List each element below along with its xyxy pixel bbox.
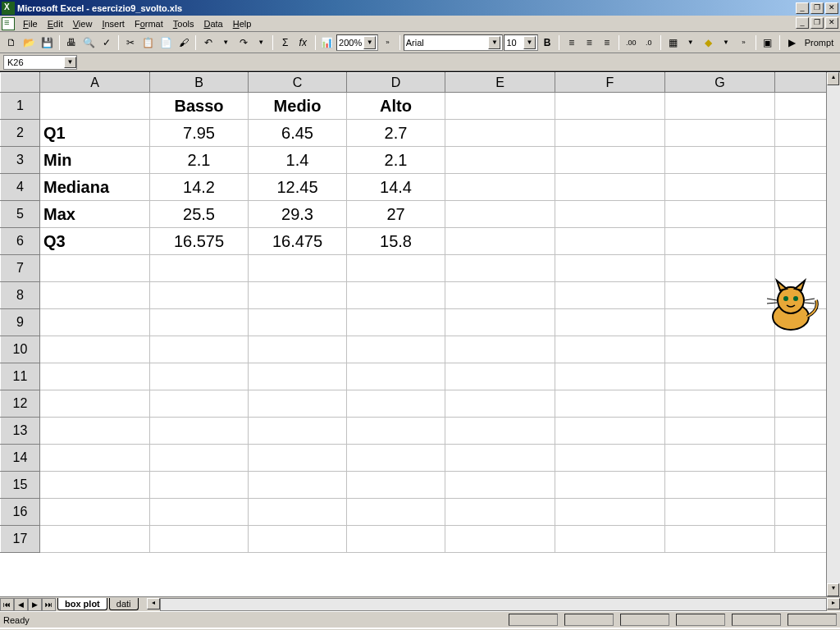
cell[interactable] xyxy=(249,255,347,282)
cell[interactable] xyxy=(445,93,555,120)
undo-dd-icon[interactable]: ▼ xyxy=(217,34,235,52)
cell[interactable] xyxy=(665,255,775,282)
menu-tools[interactable]: Tools xyxy=(168,17,199,30)
fill-color-icon[interactable]: ◆ xyxy=(700,34,717,52)
row-header[interactable]: 13 xyxy=(1,418,40,445)
cell[interactable] xyxy=(40,309,150,336)
save-icon[interactable]: 💾 xyxy=(39,34,56,52)
more-std-icon[interactable]: » xyxy=(379,34,396,52)
borders-icon[interactable]: ▦ xyxy=(664,34,682,52)
cell[interactable] xyxy=(555,418,665,445)
cell[interactable] xyxy=(249,526,347,553)
cell[interactable] xyxy=(665,309,775,336)
cell[interactable] xyxy=(150,390,249,418)
doc-restore-button[interactable]: ❐ xyxy=(810,17,824,29)
cell[interactable] xyxy=(40,336,150,363)
cell[interactable] xyxy=(555,309,665,336)
spellcheck-icon[interactable]: ✓ xyxy=(98,34,116,52)
cell[interactable] xyxy=(347,390,445,418)
fx-icon[interactable]: fx xyxy=(294,34,312,52)
row-header[interactable]: 14 xyxy=(1,445,40,472)
cell[interactable] xyxy=(347,499,445,526)
cell[interactable] xyxy=(665,174,775,201)
preview-icon[interactable]: 🔍 xyxy=(80,34,98,52)
align-left-icon[interactable]: ≡ xyxy=(563,34,580,52)
menu-data[interactable]: Data xyxy=(199,17,227,30)
cell[interactable]: 6.45 xyxy=(249,120,347,147)
cell[interactable] xyxy=(150,418,249,445)
cell[interactable]: 1.4 xyxy=(249,147,347,174)
cell[interactable] xyxy=(665,93,775,120)
menu-edit[interactable]: Edit xyxy=(43,17,68,30)
cell[interactable] xyxy=(249,336,347,363)
cell[interactable] xyxy=(445,472,555,499)
cell[interactable]: Alto xyxy=(347,93,445,120)
menu-help[interactable]: Help xyxy=(228,17,257,30)
cell[interactable] xyxy=(555,445,665,472)
cell[interactable] xyxy=(445,445,555,472)
cell[interactable]: 14.2 xyxy=(150,174,249,201)
cell[interactable]: 29.3 xyxy=(249,201,347,228)
cell[interactable] xyxy=(40,445,150,472)
cell[interactable] xyxy=(347,309,445,336)
fill-dd-icon[interactable]: ▼ xyxy=(718,34,735,52)
cell[interactable] xyxy=(150,282,249,309)
cell[interactable] xyxy=(249,445,347,472)
tab-last-icon[interactable]: ⏭ xyxy=(42,598,56,611)
select-all-corner[interactable] xyxy=(1,73,40,93)
cell[interactable] xyxy=(445,201,555,228)
cell[interactable]: 27 xyxy=(347,201,445,228)
cell[interactable] xyxy=(665,336,775,363)
align-center-icon[interactable]: ≡ xyxy=(581,34,598,52)
cell[interactable] xyxy=(665,228,775,255)
cell[interactable] xyxy=(347,472,445,499)
cell[interactable] xyxy=(555,120,665,147)
row-header[interactable]: 17 xyxy=(1,526,40,553)
cut-icon[interactable]: ✂ xyxy=(122,34,139,52)
redo-dd-icon[interactable]: ▼ xyxy=(253,34,270,52)
cell[interactable] xyxy=(665,390,775,418)
cell[interactable] xyxy=(347,445,445,472)
cell[interactable] xyxy=(445,282,555,309)
cell[interactable] xyxy=(40,418,150,445)
redo-icon[interactable]: ↷ xyxy=(235,34,252,52)
row-header[interactable]: 3 xyxy=(1,147,40,174)
cell[interactable]: 15.8 xyxy=(347,228,445,255)
workbook-icon[interactable] xyxy=(2,17,15,30)
cell[interactable] xyxy=(555,174,665,201)
cell[interactable]: 12.45 xyxy=(249,174,347,201)
copy-icon[interactable]: 📋 xyxy=(140,34,158,52)
tab-first-icon[interactable]: ⏮ xyxy=(0,598,14,611)
font-size-combo[interactable]: 10▼ xyxy=(504,34,537,51)
print-icon[interactable]: 🖶 xyxy=(63,34,80,52)
col-header[interactable]: A xyxy=(40,73,150,93)
scroll-down-icon[interactable]: ▾ xyxy=(827,583,839,596)
horizontal-scrollbar[interactable]: ◂ ▸ xyxy=(147,598,840,611)
row-header[interactable]: 9 xyxy=(1,309,40,336)
cell[interactable]: Min xyxy=(40,147,150,174)
cell[interactable] xyxy=(249,390,347,418)
cell[interactable]: Medio xyxy=(249,93,347,120)
sheet-left-icon[interactable]: ▣ xyxy=(760,34,777,52)
cell[interactable] xyxy=(555,363,665,390)
cell[interactable]: 25.5 xyxy=(150,201,249,228)
cell[interactable]: 2.1 xyxy=(150,147,249,174)
maximize-button[interactable]: ❐ xyxy=(810,2,824,14)
cell[interactable] xyxy=(555,228,665,255)
autosum-icon[interactable]: Σ xyxy=(276,34,294,52)
doc-close-button[interactable]: ✕ xyxy=(825,17,838,29)
vertical-scrollbar[interactable]: ▴ ▾ xyxy=(826,72,840,596)
cell[interactable] xyxy=(150,336,249,363)
open-icon[interactable]: 📂 xyxy=(21,34,39,52)
cell[interactable] xyxy=(555,526,665,553)
cell[interactable] xyxy=(249,472,347,499)
font-combo[interactable]: Arial▼ xyxy=(404,34,504,51)
row-header[interactable]: 4 xyxy=(1,174,40,201)
cell[interactable] xyxy=(150,499,249,526)
spreadsheet-grid[interactable]: A B C D E F G 1BassoMedioAlto2Q17.956.45… xyxy=(0,71,840,596)
doc-minimize-button[interactable]: _ xyxy=(796,17,809,29)
cell[interactable] xyxy=(665,120,775,147)
cell[interactable] xyxy=(555,472,665,499)
col-header[interactable]: F xyxy=(555,73,665,93)
minimize-button[interactable]: _ xyxy=(796,2,809,14)
